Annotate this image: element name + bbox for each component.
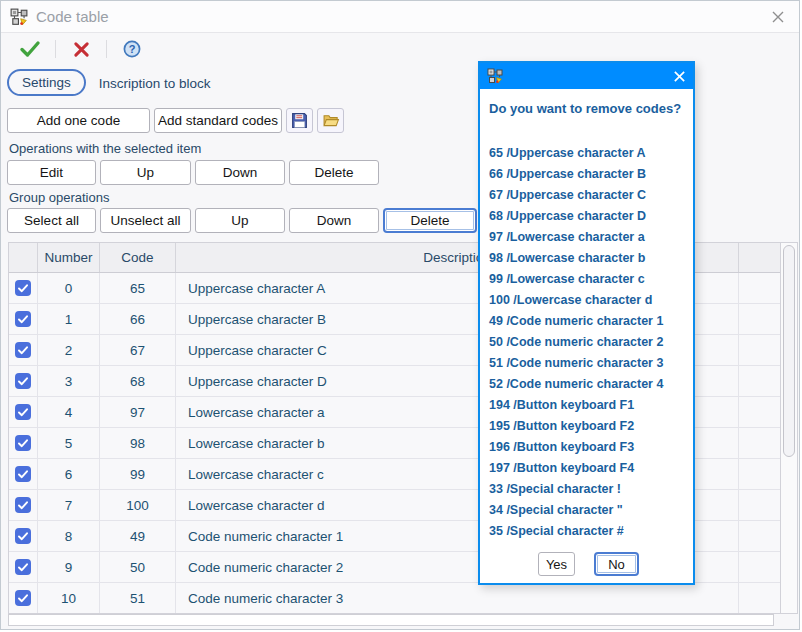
cell-code: 100 xyxy=(100,490,176,520)
row-checkbox[interactable] xyxy=(15,528,31,544)
dialog-buttons: Yes No xyxy=(480,552,693,578)
dialog-code-item: 52 /Code numeric character 4 xyxy=(489,374,663,395)
edit-button[interactable]: Edit xyxy=(7,160,96,185)
table-row[interactable]: 10 51 Code numeric character 3 xyxy=(9,583,797,614)
dialog-code-item: 98 /Lowercase character b xyxy=(489,248,663,269)
no-button[interactable]: No xyxy=(594,552,639,576)
dialog-app-icon xyxy=(487,68,503,84)
dialog-code-item: 51 /Code numeric character 3 xyxy=(489,353,663,374)
save-button[interactable] xyxy=(286,108,313,133)
cell-extra xyxy=(739,459,781,489)
cell-number: 7 xyxy=(38,490,100,520)
checkmark-icon xyxy=(18,532,28,541)
header-code: Code xyxy=(100,243,176,272)
group-ops-row: Select all Unselect all Up Down Delete xyxy=(7,208,477,233)
cell-number: 6 xyxy=(38,459,100,489)
down-button[interactable]: Down xyxy=(195,160,285,185)
row-checkbox[interactable] xyxy=(15,590,31,606)
delete-button[interactable]: Delete xyxy=(289,160,379,185)
cell-number: 9 xyxy=(38,552,100,582)
vertical-scrollbar-thumb[interactable] xyxy=(783,245,795,457)
toolbar-separator xyxy=(55,40,56,58)
row-checkbox[interactable] xyxy=(15,280,31,296)
up-button[interactable]: Up xyxy=(100,160,191,185)
cell-description: Code numeric character 3 xyxy=(176,583,739,613)
cell-number: 0 xyxy=(38,273,100,303)
dialog-code-item: 197 /Button keyboard F4 xyxy=(489,458,663,479)
group-ops-label: Group operations xyxy=(9,190,109,205)
cell-extra xyxy=(739,490,781,520)
dialog-code-item: 49 /Code numeric character 1 xyxy=(489,311,663,332)
dialog-code-item: 35 /Special character # xyxy=(489,521,663,542)
tab-settings[interactable]: Settings xyxy=(7,69,86,96)
cell-number: 1 xyxy=(38,304,100,334)
toolbar: ? xyxy=(1,34,799,64)
dialog-titlebar xyxy=(480,63,693,89)
dialog-code-item: 65 /Uppercase character A xyxy=(489,143,663,164)
select-all-button[interactable]: Select all xyxy=(7,208,96,233)
checkmark-icon xyxy=(18,563,28,572)
confirm-button[interactable] xyxy=(18,38,42,60)
cell-code: 65 xyxy=(100,273,176,303)
cell-extra xyxy=(739,366,781,396)
group-down-button[interactable]: Down xyxy=(289,208,379,233)
add-one-code-button[interactable]: Add one code xyxy=(7,108,150,133)
open-button[interactable] xyxy=(317,108,344,133)
dialog-code-item: 50 /Code numeric character 2 xyxy=(489,332,663,353)
group-delete-button[interactable]: Delete xyxy=(383,208,477,233)
yes-button[interactable]: Yes xyxy=(538,552,575,576)
checkmark-icon xyxy=(18,501,28,510)
row-checkbox[interactable] xyxy=(15,342,31,358)
cell-code: 66 xyxy=(100,304,176,334)
cell-code: 50 xyxy=(100,552,176,582)
row-checkbox[interactable] xyxy=(15,311,31,327)
dialog-code-item: 99 /Lowercase character c xyxy=(489,269,663,290)
red-cross-icon xyxy=(73,41,90,58)
cancel-button[interactable] xyxy=(69,38,93,60)
dialog-code-item: 68 /Uppercase character D xyxy=(489,206,663,227)
row-checkbox[interactable] xyxy=(15,435,31,451)
cell-extra xyxy=(739,397,781,427)
cell-number: 2 xyxy=(38,335,100,365)
dialog-close-icon[interactable] xyxy=(673,70,686,83)
dialog-code-item: 67 /Uppercase character C xyxy=(489,185,663,206)
tab-inscription-to-block[interactable]: Inscription to block xyxy=(99,75,211,91)
cell-number: 4 xyxy=(38,397,100,427)
cell-extra xyxy=(739,583,781,613)
cell-extra xyxy=(739,335,781,365)
svg-text:?: ? xyxy=(129,43,136,55)
help-button[interactable]: ? xyxy=(120,38,144,60)
checkmark-icon xyxy=(18,346,28,355)
cell-extra xyxy=(739,428,781,458)
dialog-question: Do you want to remove codes? xyxy=(489,101,681,116)
unselect-all-button[interactable]: Unselect all xyxy=(100,208,191,233)
vertical-scrollbar[interactable] xyxy=(780,243,797,613)
cell-number: 5 xyxy=(38,428,100,458)
dialog-code-item: 33 /Special character ! xyxy=(489,479,663,500)
app-icon xyxy=(10,8,28,26)
row-checkbox[interactable] xyxy=(15,497,31,513)
add-standard-codes-button[interactable]: Add standard codes xyxy=(154,108,282,133)
horizontal-scrollbar[interactable] xyxy=(8,614,774,626)
cell-code: 98 xyxy=(100,428,176,458)
cell-number: 3 xyxy=(38,366,100,396)
titlebar: Code table xyxy=(1,1,799,33)
cell-code: 67 xyxy=(100,335,176,365)
row-checkbox[interactable] xyxy=(15,404,31,420)
question-mark-icon: ? xyxy=(123,40,141,58)
toolbar-separator xyxy=(106,40,107,58)
row-checkbox[interactable] xyxy=(15,559,31,575)
checkmark-icon xyxy=(18,594,28,603)
row-checkbox[interactable] xyxy=(15,373,31,389)
row-checkbox[interactable] xyxy=(15,466,31,482)
group-up-button[interactable]: Up xyxy=(195,208,285,233)
cell-code: 49 xyxy=(100,521,176,551)
cell-number: 10 xyxy=(38,583,100,613)
close-icon[interactable] xyxy=(771,10,785,24)
checkmark-icon xyxy=(18,408,28,417)
checkmark-icon xyxy=(18,470,28,479)
floppy-disk-icon xyxy=(291,112,308,129)
checkmark-icon xyxy=(18,377,28,386)
dialog-code-item: 100 /Lowercase character d xyxy=(489,290,663,311)
cell-code: 51 xyxy=(100,583,176,613)
